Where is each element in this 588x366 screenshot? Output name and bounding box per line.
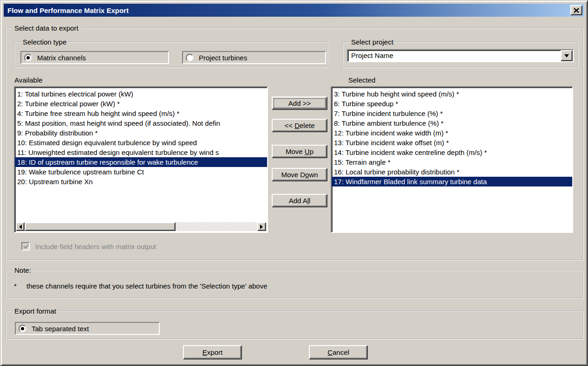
include-headers-label: Include field headers with matrix output bbox=[35, 243, 156, 250]
list-item[interactable]: 10: Estimated design equivalent turbulen… bbox=[15, 138, 267, 148]
select-project-combobox[interactable]: Project Name bbox=[347, 49, 574, 62]
arrow-right-icon bbox=[260, 225, 265, 229]
list-item[interactable]: 20: Upstream turbine Xn bbox=[15, 177, 267, 186]
project-turbines-radio[interactable] bbox=[186, 54, 194, 62]
list-item[interactable]: 17: Windfarmer Bladed link summary turbi… bbox=[332, 177, 572, 186]
list-item[interactable]: 9: Probability distribution * bbox=[15, 128, 267, 138]
available-horizontal-scrollbar[interactable] bbox=[16, 222, 266, 231]
note-text: these channels require that you select t… bbox=[26, 282, 268, 290]
list-item[interactable]: 13: Turbine incident wake offset (m) * bbox=[332, 138, 572, 148]
available-list-label: Available bbox=[14, 76, 43, 84]
scrollbar-thumb[interactable] bbox=[25, 222, 176, 231]
group-selection-type-label: Selection type bbox=[20, 38, 69, 46]
group-export-format-label: Export format bbox=[12, 307, 59, 315]
list-item[interactable]: 16: Local turbine probability distributi… bbox=[332, 167, 572, 177]
list-item[interactable]: 8: Turbine ambient turbulence (%) * bbox=[332, 118, 572, 128]
list-item[interactable]: 7: Turbine incident turbulence (%) * bbox=[332, 109, 572, 118]
scroll-right-button[interactable] bbox=[257, 222, 266, 231]
move-down-button[interactable]: Move Down bbox=[272, 168, 327, 181]
list-item[interactable]: 1: Total turbines electrical power (kW) bbox=[15, 89, 267, 99]
note-asterisk: * bbox=[14, 282, 17, 290]
project-turbines-option: Project turbines bbox=[182, 51, 326, 64]
list-item[interactable]: 2: Turbine electrical power (kW) * bbox=[15, 99, 267, 109]
matrix-channels-radio[interactable] bbox=[24, 54, 32, 62]
title-bar[interactable]: Flow and Performance Matrix Export bbox=[4, 4, 584, 17]
select-project-value: Project Name bbox=[351, 51, 393, 59]
project-turbines-label: Project turbines bbox=[199, 54, 247, 62]
list-item[interactable]: 11: Unweighted estimated design equivale… bbox=[15, 148, 267, 157]
matrix-channels-option: Matrix channels bbox=[20, 51, 169, 64]
list-item[interactable]: 14: Turbine incident wake centreline dep… bbox=[332, 148, 572, 157]
scroll-left-button[interactable] bbox=[16, 222, 25, 231]
close-icon bbox=[574, 8, 579, 13]
list-item[interactable]: 3: Turbine hub height wind speed (m/s) * bbox=[332, 89, 572, 99]
list-item[interactable]: 18: ID of upstream turbine responsible f… bbox=[15, 157, 267, 167]
list-item[interactable]: 6: Turbine speedup * bbox=[332, 99, 572, 109]
tab-separated-option: Tab separated text bbox=[15, 322, 160, 335]
list-item[interactable]: 19: Wake turbulence upstream turbine Ct bbox=[15, 167, 267, 177]
export-button[interactable]: Export bbox=[183, 345, 242, 360]
group-note-label: Note: bbox=[12, 266, 33, 274]
include-headers-row: Include field headers with matrix output bbox=[21, 242, 156, 250]
chevron-down-icon bbox=[564, 54, 569, 60]
arrow-left-icon bbox=[17, 225, 22, 229]
delete-button[interactable]: << Delete bbox=[272, 119, 327, 132]
list-item[interactable]: 4: Turbine free stream hub height wind s… bbox=[15, 109, 267, 118]
include-headers-checkbox bbox=[21, 242, 30, 250]
tab-separated-label: Tab separated text bbox=[32, 325, 89, 333]
list-item[interactable]: 12: Turbine incident wake width (m) * bbox=[332, 128, 572, 138]
selected-list: 3: Turbine hub height wind speed (m/s) *… bbox=[331, 86, 573, 233]
tab-separated-radio[interactable] bbox=[19, 325, 26, 333]
group-select-project-label: Select project bbox=[349, 38, 396, 46]
selected-list-label: Selected bbox=[348, 76, 375, 84]
export-dialog: Flow and Performance Matrix Export Selec… bbox=[0, 0, 588, 366]
cancel-button[interactable]: Cancel bbox=[309, 345, 368, 360]
list-item[interactable]: 5: Mast position, mast height wind speed… bbox=[15, 118, 267, 128]
add-all-button[interactable]: Add All bbox=[272, 194, 327, 207]
list-item[interactable]: 15: Terrain angle * bbox=[332, 157, 572, 167]
add-button[interactable]: Add >> bbox=[272, 96, 327, 110]
matrix-channels-label: Matrix channels bbox=[37, 54, 86, 62]
group-select-data-label: Select data to export bbox=[12, 24, 81, 32]
close-button[interactable] bbox=[570, 5, 582, 15]
move-up-button[interactable]: Move Up bbox=[272, 145, 327, 158]
available-list: 1: Total turbines electrical power (kW)2… bbox=[14, 86, 268, 233]
window-title: Flow and Performance Matrix Export bbox=[4, 6, 129, 14]
select-project-dropdown-button[interactable] bbox=[561, 50, 573, 61]
